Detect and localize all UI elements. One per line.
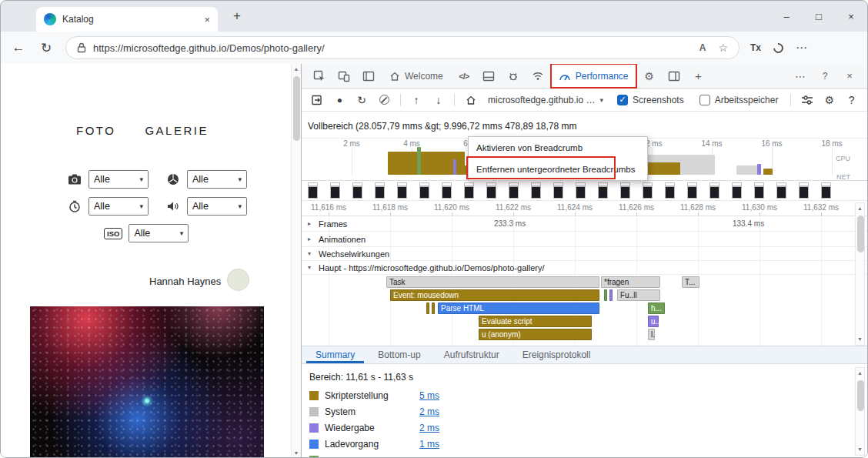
filmstrip-thumbnail[interactable] [754,182,764,199]
browser-essentials-icon[interactable] [771,41,785,55]
filmstrip-thumbnail[interactable] [308,182,318,199]
flame-bar[interactable]: T... [682,276,699,288]
new-tab-button[interactable]: + [233,8,241,24]
filmstrip-thumbnail[interactable] [709,182,719,199]
scroll-up-icon[interactable]: ▲ [856,205,864,212]
console-panel-icon[interactable] [477,66,500,86]
throttling-sliders-icon[interactable] [797,91,816,109]
scrollbar-thumb[interactable] [293,76,300,141]
flash-filter-select[interactable]: Alle ▾ [187,197,247,216]
bottom-tab-summary[interactable]: Summary [306,347,364,363]
filmstrip-thumbnail[interactable] [620,182,630,199]
track-main[interactable]: ▾ Haupt - https://microsoftedge.github.i… [302,261,867,275]
flame-bar[interactable]: *fragen [601,276,660,288]
device-toolbar-icon[interactable] [332,66,356,86]
filmstrip-thumbnail[interactable] [643,182,653,199]
origin-selector[interactable]: microsoftedge.github.io … ▾ [483,95,608,105]
record-reload-icon[interactable]: ↻ [352,91,372,109]
bottom-tab-aufrufstruktur[interactable]: Aufrufstruktur [435,347,509,363]
legend-value[interactable]: 2 ms [419,406,439,417]
tab-welcome[interactable]: Welcome [382,64,451,88]
filmstrip-thumbnail[interactable] [464,182,474,199]
activity-bar-icon[interactable] [357,66,380,86]
bottom-tab-bottom-up[interactable]: Bottom-up [369,347,429,363]
filmstrip-thumbnail[interactable] [375,182,385,199]
scroll-down-icon[interactable]: ▼ [292,450,301,457]
page-scrollbar[interactable]: ▲ ▼ [291,64,301,458]
filmstrip-thumbnail[interactable] [397,182,407,199]
flame-bar[interactable]: Parse HTML [438,303,599,314]
close-button[interactable]: × [835,11,867,22]
gallery-photo[interactable] [30,306,264,458]
flame-bar[interactable] [432,303,435,314]
filmstrip-thumbnail[interactable] [553,182,563,199]
live-metrics-home-icon[interactable] [461,91,480,109]
flame-bar[interactable] [604,289,607,301]
disclosure-triangle-icon[interactable]: ▾ [308,250,315,257]
toolbar-help-icon[interactable]: ? [842,91,861,109]
filmstrip-thumbnail[interactable] [776,182,786,199]
dock-side-icon[interactable] [663,66,686,86]
legend-value[interactable]: 5 ms [419,390,439,401]
scroll-down-icon[interactable]: ▼ [856,336,864,343]
flame-bar[interactable]: Event: mousedown [390,289,599,301]
filmstrip-thumbnail[interactable] [509,182,519,199]
address-bar[interactable]: https://microsoftedge.github.io/Demos/ph… [65,36,739,59]
read-aloud-icon[interactable]: A [699,42,706,53]
minimize-button[interactable]: – [770,11,803,22]
more-options-icon[interactable]: ⋯ [789,66,812,86]
track-interactions[interactable]: ▾ Wechselwirkungen [302,247,867,261]
flame-bar[interactable]: Evaluate script [479,316,592,327]
flame-bar[interactable]: Task [386,276,599,288]
aperture-filter-select[interactable]: Alle ▾ [187,170,247,189]
sources-icon[interactable]: </> [452,66,476,86]
nav-galerie[interactable]: GALERIE [145,124,209,137]
scrollbar-thumb[interactable] [857,380,864,411]
flame-bar[interactable] [426,303,429,314]
clear-icon[interactable] [375,91,394,109]
flame-bar[interactable]: Fu..ll [617,289,660,301]
flame-bar[interactable] [609,289,613,301]
import-profile-icon[interactable] [308,91,327,109]
flame-bar[interactable]: l... [648,329,655,340]
filmstrip-thumbnail[interactable] [821,182,831,199]
inspect-icon[interactable] [308,66,331,86]
filmstrip-thumbnail[interactable] [442,182,452,199]
filmstrip-thumbnail[interactable] [576,182,586,199]
scroll-up-icon[interactable]: ▲ [292,65,301,73]
filmstrip-thumbnail[interactable] [687,182,697,199]
filmstrip-thumbnail[interactable] [531,182,541,199]
filmstrip-thumbnail[interactable] [352,182,362,199]
back-button[interactable]: ← [10,40,27,55]
settings-more-icon[interactable]: ⋯ [796,41,807,55]
flame-chart[interactable]: Task*fragenT...Event: mousedownFu..llPar… [302,275,852,346]
record-icon[interactable]: ● [330,91,349,109]
disclosure-triangle-icon[interactable]: ▸ [308,220,315,227]
tab-close-icon[interactable]: × [204,14,210,25]
filmstrip-thumbnail[interactable] [419,182,429,199]
legend-value[interactable]: 2 ms [419,423,439,433]
scrollbar-thumb[interactable] [857,216,864,252]
load-profile-icon[interactable]: ↑ [406,91,426,109]
scroll-up-icon[interactable]: ▲ [856,369,864,377]
flame-bar[interactable]: u (anonym) [479,329,592,340]
browser-tab[interactable]: Katalog × [36,7,218,32]
bottom-tab-ereignisprotokoll[interactable]: Ereignisprotokoll [513,347,600,363]
menu-item-remove-child-breadcrumbs[interactable]: Entfernen untergeordneter Breadcrumbs [469,159,647,180]
filmstrip-thumbnail[interactable] [665,182,675,199]
gear-icon[interactable]: ⚙ [638,66,661,86]
filmstrip-thumbnail[interactable] [598,182,608,199]
bug-icon[interactable] [502,66,525,86]
refresh-button[interactable]: ↻ [38,40,55,56]
favorites-star-icon[interactable]: ☆ [718,42,728,54]
filmstrip-thumbnail[interactable] [732,182,742,199]
network-conditions-icon[interactable] [526,66,549,86]
exposure-filter-select[interactable]: Alle ▾ [88,197,149,216]
flame-bar[interactable]: u... [648,316,659,327]
checkbox-checked-icon[interactable] [617,95,628,105]
checkbox-unchecked-icon[interactable] [699,95,710,105]
flame-bar[interactable]: h... [648,303,665,314]
filmstrip-thumbnail[interactable] [330,182,340,199]
filmstrip-thumbnail[interactable] [486,182,496,199]
maximize-button[interactable]: □ [803,11,835,22]
